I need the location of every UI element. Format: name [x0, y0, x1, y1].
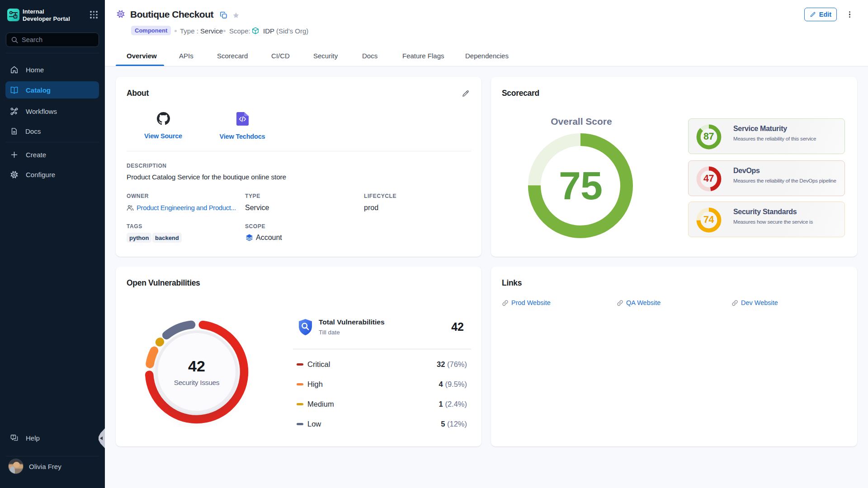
- svg-text:?: ?: [13, 435, 14, 438]
